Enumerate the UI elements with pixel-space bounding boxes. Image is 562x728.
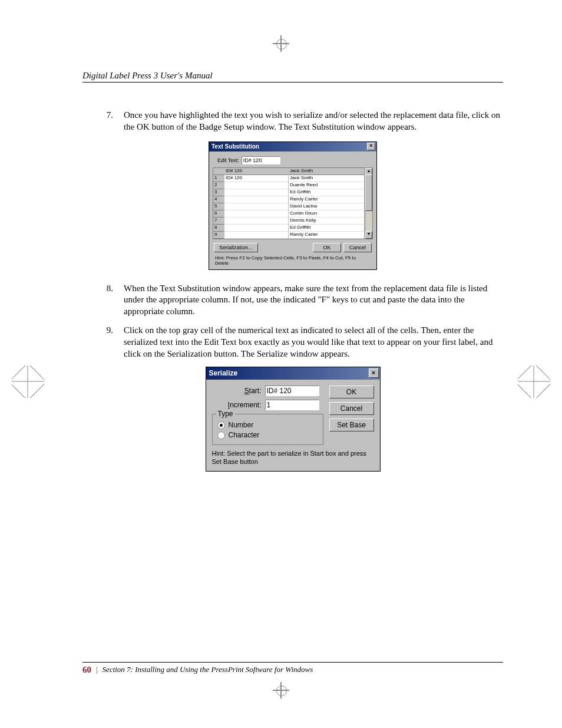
close-icon[interactable]: × bbox=[369, 368, 379, 378]
section-title: Section 7: Installing and Using the Pres… bbox=[103, 665, 313, 675]
crop-mark-bottom bbox=[273, 682, 289, 699]
ok-button[interactable]: OK bbox=[329, 386, 374, 398]
start-input[interactable] bbox=[265, 386, 319, 396]
hint-text: Hint: Press F2 to Copy Selected Cells, F… bbox=[213, 255, 373, 267]
dialog-title: Serialize bbox=[209, 369, 238, 377]
start-label: Start: bbox=[212, 387, 265, 395]
crop-mark-right bbox=[518, 365, 550, 398]
set-base-button[interactable]: Set Base bbox=[329, 419, 374, 431]
cancel-button[interactable]: Cancel bbox=[329, 402, 374, 415]
step-text: When the Text Substitution window appear… bbox=[124, 283, 503, 318]
edit-text-input[interactable] bbox=[242, 156, 280, 164]
dialog-title: Text Substitution bbox=[211, 143, 259, 150]
serialize-dialog: Serialize × Start: Increment: Type bbox=[206, 367, 381, 472]
hint-text: Hint: Select the part to serialize in St… bbox=[206, 449, 380, 471]
step-number: 7. bbox=[82, 110, 113, 133]
type-group: Type Number Character bbox=[212, 414, 323, 445]
vertical-scrollbar[interactable]: ▲ ▼ bbox=[365, 168, 372, 239]
radio-character[interactable]: Character bbox=[217, 431, 318, 439]
edit-text-label: Edit Text: bbox=[217, 157, 239, 163]
data-grid[interactable]: 1 2 3 4 5 6 7 8 9 ID# 120 ID# 120 bbox=[213, 167, 373, 239]
column-header-name[interactable]: Jack Smith bbox=[289, 168, 364, 175]
text-substitution-dialog: Text Substitution × Edit Text: 1 2 3 4 5 bbox=[209, 141, 377, 270]
scroll-down-icon[interactable]: ▼ bbox=[365, 231, 372, 239]
step-number: 8. bbox=[82, 283, 113, 318]
step-text: Click on the top gray cell of the numeri… bbox=[124, 325, 503, 360]
page-footer: 60 | Section 7: Installing and Using the… bbox=[82, 662, 503, 675]
crop-mark-top bbox=[273, 35, 289, 52]
increment-input[interactable] bbox=[265, 400, 319, 410]
column-header-id[interactable]: ID# 120 bbox=[224, 168, 288, 175]
increment-label: Increment: bbox=[212, 401, 265, 409]
ok-button[interactable]: OK bbox=[313, 243, 341, 252]
crop-mark-left bbox=[12, 365, 44, 398]
step-number: 9. bbox=[82, 325, 113, 360]
serialization-button[interactable]: Serialization... bbox=[214, 243, 258, 252]
close-icon[interactable]: × bbox=[367, 143, 375, 150]
cancel-button[interactable]: Cancel bbox=[343, 243, 372, 252]
page-number: 60 bbox=[82, 665, 91, 675]
radio-number[interactable]: Number bbox=[217, 421, 318, 429]
running-header: Digital Label Press 3 User's Manual bbox=[82, 71, 503, 83]
step-text: Once you have highlighted the text you w… bbox=[124, 110, 503, 133]
